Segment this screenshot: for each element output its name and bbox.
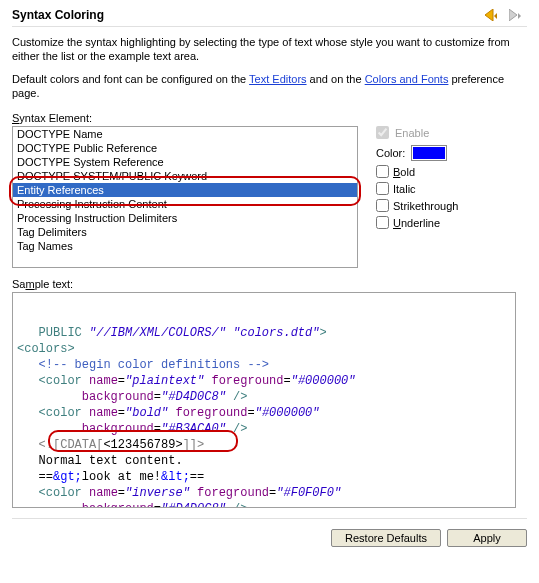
apply-button[interactable]: Apply <box>447 529 527 547</box>
svg-marker-0 <box>485 9 493 21</box>
sample-text-label: Sample text: <box>12 278 527 290</box>
list-item[interactable]: Tag Delimiters <box>13 225 357 239</box>
list-item[interactable]: Tag Names <box>13 239 357 253</box>
list-item[interactable]: DOCTYPE System Reference <box>13 155 357 169</box>
text-editors-link[interactable]: Text Editors <box>249 73 306 85</box>
italic-checkbox[interactable]: Italic <box>376 182 416 195</box>
list-item[interactable]: Processing Instruction Content <box>13 197 357 211</box>
forward-icon[interactable] <box>509 9 527 21</box>
list-item[interactable]: Processing Instruction Delimiters <box>13 211 357 225</box>
underline-checkbox[interactable]: Underline <box>376 216 440 229</box>
svg-marker-1 <box>494 13 497 19</box>
colors-fonts-link[interactable]: Colors and Fonts <box>365 73 449 85</box>
bold-checkbox[interactable]: Bold <box>376 165 415 178</box>
list-item[interactable]: DOCTYPE SYSTEM/PUBLIC Keyword <box>13 169 357 183</box>
color-label: Color: <box>376 147 405 159</box>
restore-defaults-button[interactable]: Restore Defaults <box>331 529 441 547</box>
back-icon[interactable] <box>485 9 503 21</box>
color-swatch[interactable] <box>411 145 447 161</box>
syntax-element-label: Syntax Element: <box>12 112 527 124</box>
enable-label: Enable <box>395 127 429 139</box>
page-title: Syntax Coloring <box>12 8 104 22</box>
enable-checkbox <box>376 126 389 139</box>
syntax-element-list[interactable]: DOCTYPE NameDOCTYPE Public ReferenceDOCT… <box>12 126 358 268</box>
sample-text-area[interactable]: PUBLIC "//IBM/XML/COLORS/" "colors.dtd">… <box>12 292 516 508</box>
list-item[interactable]: DOCTYPE Name <box>13 127 357 141</box>
list-item[interactable]: Entity References <box>13 183 357 197</box>
intro-text: Customize the syntax highlighting by sel… <box>12 35 527 100</box>
strike-checkbox[interactable]: Strikethrough <box>376 199 458 212</box>
svg-marker-3 <box>518 13 521 19</box>
list-item[interactable]: DOCTYPE Public Reference <box>13 141 357 155</box>
svg-marker-2 <box>509 9 517 21</box>
